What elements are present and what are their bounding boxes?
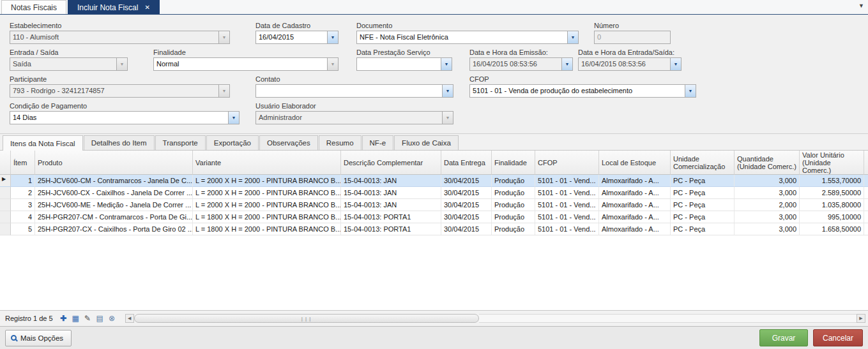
chevron-down-icon[interactable]: ▼ bbox=[116, 58, 127, 70]
tab-overflow-chevron-down-icon[interactable]: ▼ bbox=[858, 3, 864, 9]
table-row[interactable]: 2 25H-JCV600-CX - Caixilhos - Janela De … bbox=[0, 187, 868, 199]
tab-detalhes-do-item[interactable]: Detalhes do Item bbox=[84, 135, 155, 150]
tab-resumo[interactable]: Resumo bbox=[319, 135, 362, 150]
edit-record-icon[interactable]: ✎ bbox=[82, 313, 93, 324]
chevron-down-icon[interactable]: ▼ bbox=[218, 85, 229, 97]
column-header-data-entrega[interactable]: Data Entrega bbox=[441, 151, 492, 175]
contato-label: Contato bbox=[255, 75, 453, 83]
tab-nfe[interactable]: NF-e bbox=[362, 135, 394, 150]
tab-transporte[interactable]: Transporte bbox=[155, 135, 206, 150]
chevron-down-icon[interactable]: ▼ bbox=[327, 58, 338, 70]
participante-combobox[interactable]: 793 - Rodrigo - 32412174857 ▼ bbox=[10, 84, 230, 98]
cell-data-entrega: 30/04/2015 bbox=[441, 223, 492, 235]
condicao-pagamento-label: Condição de Pagamento bbox=[10, 102, 240, 110]
chevron-down-icon[interactable]: ▼ bbox=[670, 58, 681, 70]
tab-itens-da-nota-fiscal[interactable]: Itens da Nota Fiscal bbox=[3, 135, 83, 151]
table-row[interactable]: 3 25H-JCV600-ME - Medição - Janela De Co… bbox=[0, 199, 868, 211]
column-header-valor-unitario[interactable]: Valor Unitário (Unidade Comerc.) bbox=[800, 151, 864, 175]
usuario-elaborador-combobox[interactable]: Administrador ▼ bbox=[255, 111, 453, 124]
cell-valor-unitario: 1.035,80000 bbox=[800, 199, 864, 211]
tab-exportacao[interactable]: Exportação bbox=[206, 135, 259, 150]
delete-record-icon[interactable]: ▦ bbox=[70, 313, 81, 324]
gravar-button[interactable]: Gravar bbox=[759, 329, 808, 346]
chevron-down-icon[interactable]: ▼ bbox=[442, 112, 453, 124]
chevron-down-icon[interactable]: ▼ bbox=[561, 58, 572, 70]
record-navigator: Registro 1 de 5 ✚ ▦ ✎ ▤ ⊗ ◀ | | | ▶ bbox=[0, 310, 868, 326]
cell-quantidade: 3,000 bbox=[735, 211, 800, 223]
finalidade-combobox[interactable]: Normal ▼ bbox=[153, 57, 339, 71]
participante-field-group: Participante 793 - Rodrigo - 32412174857… bbox=[10, 75, 230, 98]
cell-produto: 25H-JCV600-ME - Medição - Janela De Corr… bbox=[35, 199, 193, 211]
cell-cfop: 5101 - 01 - Vend... bbox=[535, 199, 599, 211]
data-emissao-value: 16/04/2015 08:53:56 bbox=[470, 58, 561, 70]
column-header-unidade[interactable]: Unidade Comercialização bbox=[671, 151, 735, 175]
close-tab-icon[interactable]: ✕ bbox=[144, 4, 149, 11]
save-record-icon[interactable]: ▤ bbox=[95, 313, 105, 324]
chevron-down-icon[interactable]: ▼ bbox=[228, 112, 239, 124]
data-entrada-saida-datepicker[interactable]: 16/04/2015 08:53:56 ▼ bbox=[578, 57, 681, 71]
cell-item: 4 bbox=[11, 211, 35, 223]
column-header-item[interactable]: Ítem bbox=[11, 151, 35, 175]
chevron-down-icon[interactable]: ▼ bbox=[567, 31, 578, 43]
cell-finalidade: Produção bbox=[492, 187, 535, 199]
scroll-right-icon[interactable]: ▶ bbox=[857, 314, 865, 323]
entrada-saida-label: Entrada / Saída bbox=[10, 48, 128, 56]
scrollbar-grip-icon: | | | bbox=[301, 316, 312, 322]
grid-header-row: Ítem Produto Variante Descrição Compleme… bbox=[0, 151, 868, 175]
scroll-left-icon[interactable]: ◀ bbox=[125, 314, 134, 323]
incluir-nota-fiscal-window: Notas Fiscais Incluir Nota Fiscal ✕ ▼ Es… bbox=[0, 0, 868, 349]
grid-empty-area bbox=[0, 235, 868, 310]
table-row[interactable]: ▶ 1 25H-JCV600-CM - Contramarcos - Janel… bbox=[0, 175, 868, 187]
tab-incluir-nota-fiscal[interactable]: Incluir Nota Fiscal ✕ bbox=[68, 0, 160, 14]
table-row[interactable]: 4 25H-PGR207-CM - Contramarcos - Porta D… bbox=[0, 211, 868, 223]
tab-fluxo-de-caixa[interactable]: Fluxo de Caixa bbox=[394, 135, 459, 150]
contato-combobox[interactable]: ▼ bbox=[255, 84, 453, 98]
column-header-produto[interactable]: Produto bbox=[35, 151, 193, 175]
documento-label: Documento bbox=[356, 22, 579, 29]
column-header-quantidade[interactable]: Quantidade (Unidade Comerc.) bbox=[735, 151, 800, 175]
estabelecimento-value: 110 - Alumisoft bbox=[10, 31, 218, 43]
chevron-down-icon[interactable]: ▼ bbox=[218, 31, 229, 43]
column-header-local-estoque[interactable]: Local de Estoque bbox=[599, 151, 671, 175]
data-cadastro-datepicker[interactable]: 16/04/2015 ▼ bbox=[255, 31, 339, 44]
condicao-pagamento-combobox[interactable]: 14 Dias ▼ bbox=[10, 111, 240, 124]
data-prestacao-value bbox=[357, 58, 441, 70]
cell-cfop: 5101 - 01 - Vend... bbox=[535, 211, 599, 223]
cell-unidade: PC - Peça bbox=[671, 187, 735, 199]
column-header-descricao[interactable]: Descrição Complementar bbox=[341, 151, 441, 175]
data-emissao-datepicker[interactable]: 16/04/2015 08:53:56 ▼ bbox=[469, 57, 573, 71]
data-prestacao-datepicker[interactable]: ▼ bbox=[356, 57, 452, 71]
scrollbar-thumb[interactable]: | | | bbox=[134, 314, 479, 323]
action-bar: Mais Opções Gravar Cancelar bbox=[0, 326, 868, 349]
numero-input[interactable]: 0 bbox=[594, 31, 671, 44]
horizontal-scrollbar[interactable]: ◀ | | | ▶ bbox=[125, 313, 865, 323]
magnifier-icon bbox=[11, 335, 17, 341]
data-entrada-saida-label: Data e Hora da Entrada/Saída: bbox=[578, 48, 681, 56]
tab-notas-fiscais[interactable]: Notas Fiscais bbox=[1, 0, 66, 14]
documento-combobox[interactable]: NFE - Nota Fiscal Eletrônica ▼ bbox=[356, 31, 579, 44]
chevron-down-icon[interactable]: ▼ bbox=[442, 85, 453, 97]
cell-item: 3 bbox=[11, 199, 35, 211]
chevron-down-icon[interactable]: ▼ bbox=[441, 58, 452, 70]
entrada-saida-combobox[interactable]: Saída ▼ bbox=[10, 57, 128, 71]
scrollbar-track[interactable] bbox=[479, 314, 857, 323]
column-header-finalidade[interactable]: Finalidade bbox=[492, 151, 535, 175]
cancel-edit-icon[interactable]: ⊗ bbox=[107, 313, 118, 324]
cell-variante: L = 1800 X H = 2000 - PINTURA BRANCO B..… bbox=[193, 211, 341, 223]
chevron-down-icon[interactable]: ▼ bbox=[327, 31, 338, 43]
cell-local-estoque: Almoxarifado - A... bbox=[599, 175, 671, 187]
tab-label: Transporte bbox=[163, 139, 198, 147]
usuario-elaborador-value: Administrador bbox=[256, 112, 442, 124]
cfop-combobox[interactable]: 5101 - 01 - Venda de produção do estabel… bbox=[469, 84, 696, 98]
cell-data-entrega: 30/04/2015 bbox=[441, 199, 492, 211]
add-record-icon[interactable]: ✚ bbox=[58, 313, 69, 324]
mais-opcoes-button[interactable]: Mais Opções bbox=[5, 330, 72, 346]
cell-produto: 25H-JCV600-CM - Contramarcos - Janela De… bbox=[35, 175, 193, 187]
estabelecimento-combobox[interactable]: 110 - Alumisoft ▼ bbox=[10, 31, 230, 44]
cancelar-button[interactable]: Cancelar bbox=[813, 329, 863, 346]
chevron-down-icon[interactable]: ▼ bbox=[685, 85, 696, 97]
tab-observacoes[interactable]: Observações bbox=[259, 135, 318, 150]
table-row[interactable]: 5 25H-PGR207-CX - Caixilhos - Porta De G… bbox=[0, 223, 868, 235]
column-header-variante[interactable]: Variante bbox=[193, 151, 341, 175]
column-header-cfop[interactable]: CFOP bbox=[535, 151, 599, 175]
